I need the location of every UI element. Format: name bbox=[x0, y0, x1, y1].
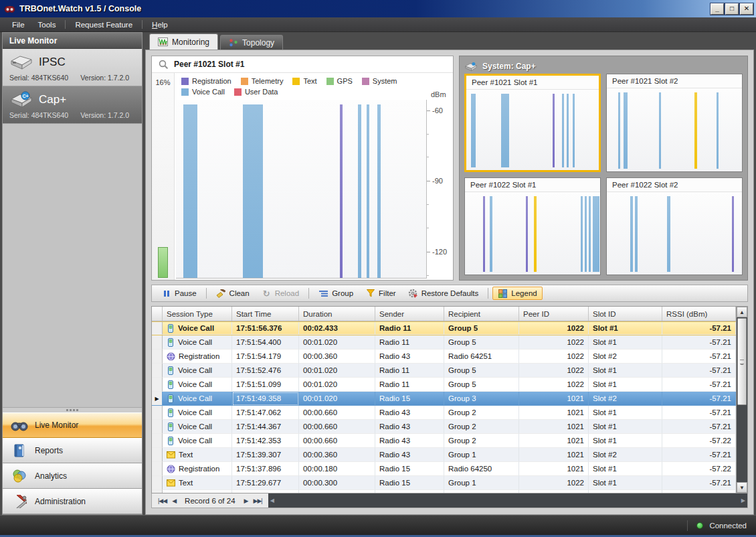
mini-chart-peer-1021-slot-2[interactable]: Peer #1021 Slot #2 bbox=[606, 74, 743, 172]
table-row[interactable]: Voice Call17:51:51.09900:01.020Radio 11G… bbox=[152, 378, 736, 392]
scrollbar-thumb[interactable] bbox=[737, 318, 747, 405]
scroll-down-arrow[interactable]: ▼ bbox=[737, 482, 747, 493]
column-header-start-time[interactable]: Start Time bbox=[232, 307, 299, 321]
legend-label: System bbox=[373, 77, 397, 85]
table-row[interactable]: Voice Call17:51:44.36700:00.660Radio 43G… bbox=[152, 420, 736, 434]
legend-label: Text bbox=[303, 77, 316, 85]
table-row[interactable]: Text17:51:29.67700:00.300Radio 15Group 1… bbox=[152, 476, 736, 490]
cell-rssi: -57.21 bbox=[662, 420, 736, 434]
tick-label: -90 bbox=[432, 177, 443, 185]
device-item-capplus[interactable]: C+ Cap+ Serial: 484TKS640 Version: 1.7.2… bbox=[3, 86, 142, 124]
table-row[interactable]: Voice Call17:51:42.35300:00.660Radio 43G… bbox=[152, 434, 736, 448]
column-header-rssi[interactable]: RSSI (dBm) bbox=[662, 307, 736, 321]
legend-label: Telemetry bbox=[252, 77, 284, 85]
chart-bar-voice-call bbox=[589, 196, 591, 272]
table-row[interactable]: Text17:51:39.30700:00.360Radio 43Group 1… bbox=[152, 448, 736, 462]
cell-duration: 00:00.660 bbox=[299, 406, 375, 420]
chart-bar-voice-call bbox=[183, 104, 197, 278]
table-row[interactable]: Voice Call17:51:56.37600:02.433Radio 11G… bbox=[152, 321, 736, 335]
table-row[interactable]: Registration17:51:37.89600:00.180Radio 1… bbox=[152, 462, 736, 476]
cell-slot-id: Slot #1 bbox=[589, 322, 662, 335]
main-chart-title: Peer #1021 Slot #1 bbox=[174, 60, 244, 69]
column-header-duration[interactable]: Duration bbox=[299, 307, 375, 321]
row-indicator bbox=[152, 434, 163, 448]
chart-bar-voice-call bbox=[490, 196, 492, 272]
first-record-button[interactable]: |◀◀ bbox=[156, 496, 169, 506]
cell-peer-id: 1022 bbox=[519, 476, 589, 490]
title-bar[interactable]: TRBOnet.Watch v1.5 / Console _ □ ✕ bbox=[0, 0, 756, 17]
cell-start-time: 17:51:39.307 bbox=[232, 448, 299, 462]
cell-rssi: -57.21 bbox=[662, 378, 736, 392]
cell-sender: Radio 43 bbox=[375, 350, 444, 364]
text-icon bbox=[167, 451, 175, 459]
scrollbar-track[interactable] bbox=[737, 406, 747, 482]
column-header-session-type[interactable]: Session Type bbox=[163, 307, 232, 321]
button-label: Restore Defaults bbox=[421, 289, 479, 297]
mini-chart-plot bbox=[607, 192, 742, 275]
table-row[interactable]: Registration17:51:54.17900:00.360Radio 4… bbox=[152, 350, 736, 364]
sidebar-item-reports[interactable]: Reports bbox=[3, 438, 142, 463]
cell-recipient: Group 2 bbox=[444, 434, 519, 448]
cell-session-type: Voice Call bbox=[163, 434, 232, 448]
menu-item-help[interactable]: Help bbox=[145, 19, 175, 30]
legend-swatch bbox=[362, 78, 369, 85]
table-row[interactable]: Voice Call17:51:26.29500:01.380Radio 11G… bbox=[152, 490, 736, 493]
group-button[interactable]: Group bbox=[313, 287, 359, 300]
column-header-sender[interactable]: Sender bbox=[375, 307, 444, 321]
table-vertical-scrollbar[interactable]: ▲ ▼ bbox=[736, 307, 747, 493]
scroll-right-arrow[interactable]: ▶ bbox=[741, 497, 745, 504]
sidebar-splitter[interactable] bbox=[3, 407, 142, 412]
sidebar-item-live-monitor[interactable]: Live Monitor bbox=[3, 412, 142, 438]
scroll-left-arrow[interactable]: ◀ bbox=[270, 497, 274, 504]
column-header-recipient[interactable]: Recipient bbox=[444, 307, 519, 321]
tab-label: Topology bbox=[242, 38, 274, 48]
tab-topology[interactable]: Topology bbox=[220, 35, 283, 50]
tools-icon bbox=[11, 494, 28, 509]
table-horizontal-scrollbar[interactable]: ◀ ▶ bbox=[268, 493, 747, 508]
menu-item-file[interactable]: File bbox=[5, 19, 31, 30]
mini-chart-grid: Peer #1021 Slot #1 Peer #1021 Slot #2 Pe… bbox=[464, 74, 743, 275]
reload-button[interactable]: ↻ Reload bbox=[256, 287, 304, 300]
legend-button[interactable]: Legend bbox=[492, 287, 542, 300]
tick-label: -120 bbox=[432, 248, 447, 256]
filter-button[interactable]: Filter bbox=[360, 287, 401, 300]
cell-duration: 00:01.020 bbox=[299, 378, 375, 392]
voice-call-icon bbox=[167, 380, 175, 389]
cell-start-time: 17:51:47.062 bbox=[232, 406, 299, 420]
menu-bar: FileToolsRequest FeatureHelp bbox=[0, 17, 756, 32]
table-row[interactable]: Voice Call17:51:47.06200:00.660Radio 43G… bbox=[152, 406, 736, 420]
cell-duration: 00:00.180 bbox=[299, 462, 375, 476]
column-header-peer-id[interactable]: Peer ID bbox=[519, 307, 589, 321]
tab-monitoring[interactable]: Monitoring bbox=[149, 33, 218, 50]
mini-chart-peer-1022-slot-1[interactable]: Peer #1022 Slot #1 bbox=[464, 177, 601, 276]
close-button[interactable]: ✕ bbox=[740, 3, 753, 15]
maximize-button[interactable]: □ bbox=[725, 3, 739, 15]
next-record-button[interactable]: ▶ bbox=[242, 496, 250, 506]
device-item-ipsc[interactable]: IPSC Serial: 484TKS640 Version: 1.7.2.0 bbox=[3, 49, 142, 86]
cell-peer-id: 1022 bbox=[519, 364, 589, 378]
pause-button[interactable]: Pause bbox=[156, 287, 202, 300]
cell-slot-id: Slot #2 bbox=[589, 350, 662, 364]
menu-item-tools[interactable]: Tools bbox=[31, 19, 63, 30]
clean-button[interactable]: Clean bbox=[211, 287, 255, 300]
system-panel-header: System: Cap+ bbox=[464, 59, 743, 74]
system-panel-title: System: Cap+ bbox=[482, 62, 536, 71]
sidebar-item-administration[interactable]: Administration bbox=[3, 489, 142, 514]
table-row[interactable]: ▶Voice Call17:51:49.35800:01.020Radio 15… bbox=[152, 392, 736, 406]
tab-strip: Monitoring Topology bbox=[145, 32, 754, 50]
mini-chart-peer-1021-slot-1[interactable]: Peer #1021 Slot #1 bbox=[464, 74, 601, 172]
last-record-button[interactable]: ▶▶| bbox=[251, 496, 264, 506]
row-indicator bbox=[152, 335, 163, 350]
cell-recipient: Radio 64251 bbox=[444, 350, 519, 364]
previous-record-button[interactable]: ◀ bbox=[170, 496, 178, 506]
scroll-up-arrow[interactable]: ▲ bbox=[737, 307, 747, 317]
menu-item-request-feature[interactable]: Request Feature bbox=[68, 19, 139, 30]
table-row[interactable]: Voice Call17:51:52.47600:01.020Radio 11G… bbox=[152, 364, 736, 378]
button-label: Reload bbox=[275, 289, 299, 297]
mini-chart-peer-1022-slot-2[interactable]: Peer #1022 Slot #2 bbox=[606, 177, 743, 276]
column-header-slot-id[interactable]: Slot ID bbox=[589, 307, 662, 321]
minimize-button[interactable]: _ bbox=[711, 3, 724, 15]
sidebar-item-analytics[interactable]: Analytics bbox=[3, 463, 142, 489]
restore-defaults-button[interactable]: Restore Defaults bbox=[403, 287, 484, 300]
table-row[interactable]: Voice Call17:51:54.40000:01.020Radio 11G… bbox=[152, 335, 736, 350]
